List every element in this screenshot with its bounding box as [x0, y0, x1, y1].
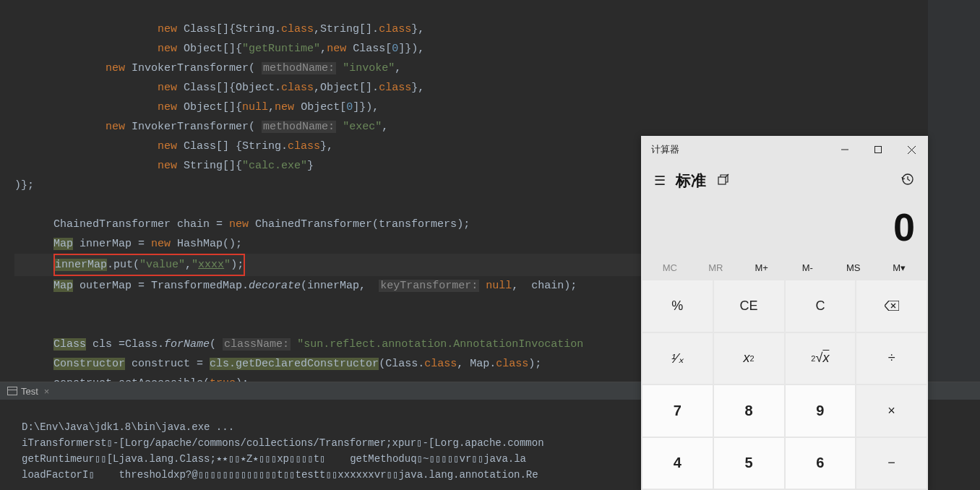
memory-mc: MC [647, 256, 693, 279]
minimize-button[interactable] [828, 136, 861, 163]
mode-label[interactable]: 标准 [674, 171, 712, 191]
calc-btn-back[interactable] [856, 280, 927, 332]
memory-m-[interactable]: M- [785, 256, 831, 279]
memory-m▾[interactable]: M▾ [877, 256, 923, 279]
tab-label[interactable]: Test [21, 386, 38, 397]
memory-mr: MR [693, 256, 739, 279]
calc-btn-x[interactable]: 2√x [786, 333, 856, 384]
button-grid: %CEC¹⁄ₓx22√x÷789×456− [641, 279, 928, 490]
calc-btn-5[interactable]: 5 [714, 438, 784, 489]
history-icon[interactable] [890, 173, 924, 189]
calc-btn-C[interactable]: C [786, 280, 856, 332]
maximize-button[interactable] [861, 136, 895, 163]
svg-rect-1 [875, 147, 882, 153]
close-tab-icon[interactable]: × [44, 386, 50, 397]
memory-m+[interactable]: M+ [739, 256, 785, 279]
right-panel: xp▯▯▯▯sr ▯▯▯▯▯pu ▯▯▯▯▯▯ [928, 0, 980, 405]
calc-btn-−[interactable]: − [856, 438, 927, 489]
calc-btn-÷[interactable]: ÷ [856, 333, 927, 384]
close-button[interactable] [895, 136, 928, 163]
svg-rect-4 [718, 177, 726, 184]
calculator-window[interactable]: 计算器 ☰ 标准 0 MCMRM+M-MSM▾ %CEC¹⁄ₓx22√x÷789… [641, 136, 928, 490]
memory-row: MCMRM+M-MSM▾ [641, 256, 928, 279]
calc-btn-6[interactable]: 6 [786, 438, 856, 489]
calc-btn-7[interactable]: 7 [642, 385, 713, 437]
keep-on-top-icon[interactable] [712, 173, 735, 188]
calc-btn-9[interactable]: 9 [786, 385, 856, 437]
calc-btn-×[interactable]: × [856, 385, 927, 437]
memory-ms[interactable]: MS [830, 256, 877, 279]
calc-btn-x[interactable]: x2 [714, 333, 784, 384]
calculator-titlebar[interactable]: 计算器 [641, 136, 928, 163]
calc-btn-4[interactable]: 4 [642, 438, 713, 489]
calculator-title: 计算器 [641, 143, 828, 156]
calculator-display: 0 [641, 198, 928, 256]
menu-icon[interactable]: ☰ [645, 173, 674, 189]
calc-btn-CE[interactable]: CE [714, 280, 784, 332]
tab-icon [7, 387, 17, 395]
calc-btn-%[interactable]: % [642, 280, 713, 332]
calc-btn-8[interactable]: 8 [714, 385, 784, 437]
calc-btn-x[interactable]: ¹⁄ₓ [642, 333, 713, 384]
